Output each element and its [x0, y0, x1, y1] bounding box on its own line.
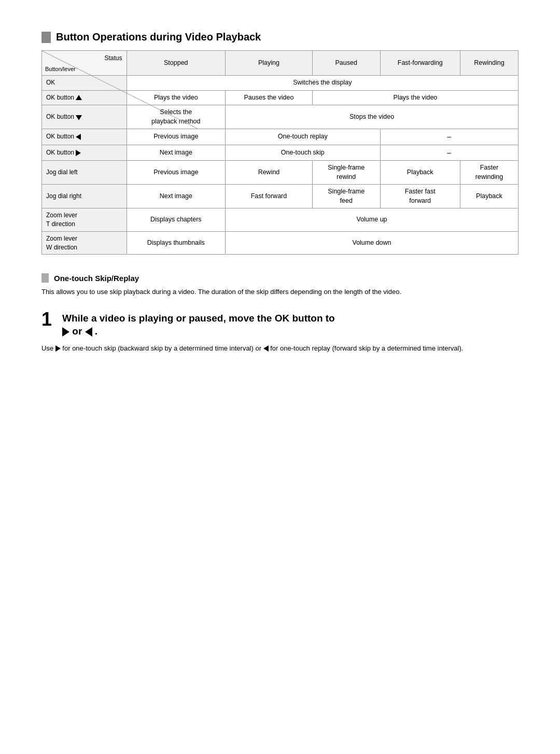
cell-jog-right-ff: Faster fastforward: [380, 185, 460, 208]
row-header-jog-right: Jog dial right: [42, 185, 127, 208]
step1-section: 1 While a video is playing or paused, mo…: [41, 310, 519, 354]
cell-zoom-t-stopped: Displays chapters: [127, 208, 226, 232]
section-heading: Button Operations during Video Playback: [41, 31, 519, 43]
step1-description: Use for one-touch skip (backward skip by…: [41, 343, 519, 354]
cell-ok-right-skip: One-touch skip: [226, 145, 380, 161]
cell-ok-down-rest: Stops the video: [226, 105, 519, 129]
row-header-ok-left: OK button: [42, 129, 127, 145]
operations-table: Status Button/lever Stopped Playing Paus…: [41, 50, 519, 255]
row-header-zoom-t: Zoom leverT direction: [42, 208, 127, 232]
step1-heading: While a video is playing or paused, move…: [62, 310, 335, 338]
step1-row: 1 While a video is playing or paused, mo…: [41, 310, 519, 338]
table-row: OK button Previous image One-touch repla…: [42, 129, 519, 145]
cell-jog-right-rw: Playback: [460, 185, 518, 208]
cell-zoom-w-stopped: Displays thumbnails: [127, 231, 226, 255]
cell-ok-up-playing: Pauses the video: [226, 90, 313, 105]
triangle-right-icon: [76, 150, 81, 156]
heading-bar-icon: [41, 32, 51, 43]
triangle-left-icon: [76, 134, 81, 140]
cell-ok-right-dash: –: [380, 145, 518, 161]
step1-left-arrow-icon: [85, 327, 92, 337]
cell-ok-up-rest: Plays the video: [312, 90, 518, 105]
cell-jog-left-paused: Single-framerewind: [312, 161, 380, 185]
desc-right-arrow-icon: [55, 345, 61, 352]
button-lever-label: Button/lever: [45, 65, 76, 73]
cell-jog-left-playing: Rewind: [226, 161, 313, 185]
cell-jog-right-playing: Fast forward: [226, 185, 313, 208]
cell-jog-right-paused: Single-framefeed: [312, 185, 380, 208]
col-rewinding: Rewinding: [460, 51, 518, 76]
cell-jog-left-ff: Playback: [380, 161, 460, 185]
sub-section-description: This allows you to use skip playback dur…: [41, 287, 519, 298]
sub-heading-bar-icon: [41, 273, 49, 283]
table-row: Jog dial right Next image Fast forward S…: [42, 185, 519, 208]
sub-section-heading: One-touch Skip/Replay: [41, 273, 519, 283]
col-playing: Playing: [226, 51, 313, 76]
step1-number: 1: [41, 310, 57, 329]
table-row: Jog dial left Previous image Rewind Sing…: [42, 161, 519, 185]
row-header-zoom-w: Zoom leverW direction: [42, 231, 127, 255]
table-row: OK button Next image One-touch skip –: [42, 145, 519, 161]
cell-zoom-t-rest: Volume up: [226, 208, 519, 232]
table-row: Zoom leverW direction Displays thumbnail…: [42, 231, 519, 255]
cell-ok-left-replay: One-touch replay: [226, 129, 380, 145]
table-corner-cell: Status Button/lever: [42, 51, 127, 76]
table-row: Zoom leverT direction Displays chapters …: [42, 208, 519, 232]
step1-period: .: [95, 326, 97, 337]
cell-ok-right-stopped: Next image: [127, 145, 226, 161]
cell-zoom-w-rest: Volume down: [226, 231, 519, 255]
col-paused: Paused: [312, 51, 380, 76]
step1-or-text: or: [72, 326, 85, 337]
status-label: Status: [104, 54, 122, 63]
cell-ok-left-dash: –: [380, 129, 518, 145]
cell-jog-left-rw: Fasterrewinding: [460, 161, 518, 185]
row-header-ok-right: OK button: [42, 145, 127, 161]
desc-left-arrow-icon: [263, 345, 269, 352]
row-header-jog-left: Jog dial left: [42, 161, 127, 185]
section-heading-text: Button Operations during Video Playback: [56, 31, 261, 43]
cell-ok-left-stopped: Previous image: [127, 129, 226, 145]
step1-content: While a video is playing or paused, move…: [62, 310, 335, 338]
step1-right-arrow-icon: [62, 327, 69, 337]
col-fast-forwarding: Fast-forwarding: [380, 51, 460, 76]
sub-section-skip-replay: One-touch Skip/Replay This allows you to…: [41, 273, 519, 298]
cell-jog-left-stopped: Previous image: [127, 161, 226, 185]
cell-jog-right-stopped: Next image: [127, 185, 226, 208]
sub-heading-text: One-touch Skip/Replay: [54, 274, 139, 283]
